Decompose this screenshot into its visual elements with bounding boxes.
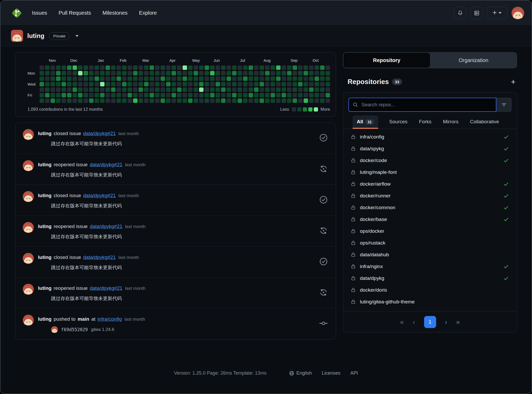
heatmap-cell[interactable] [282,87,286,92]
heatmap-cell[interactable] [128,71,132,75]
heatmap-cell[interactable] [205,71,209,75]
heatmap-cell[interactable] [298,65,303,70]
feed-user[interactable]: luting [38,285,52,291]
heatmap-cell[interactable] [249,76,253,81]
heatmap-cell[interactable] [117,98,121,103]
feed-target-link[interactable]: data/dpykg#21 [83,193,116,198]
heatmap-cell[interactable] [238,65,242,70]
heatmap-cell[interactable] [238,71,242,75]
heatmap-cell[interactable] [117,82,121,86]
feed-user-avatar[interactable] [23,284,34,295]
heatmap-cell[interactable] [45,98,50,103]
heatmap-cell[interactable] [271,82,275,86]
heatmap-cell[interactable] [40,65,44,70]
commit-author-avatar[interactable] [51,326,58,333]
heatmap-cell[interactable] [111,76,116,81]
heatmap-cell[interactable] [56,65,61,70]
heatmap-cell[interactable] [161,71,165,75]
heatmap-cell[interactable] [183,87,187,92]
feed-user[interactable]: luting [38,193,52,198]
heatmap-cell[interactable] [89,98,94,103]
heatmap-cell[interactable] [265,82,270,86]
heatmap-cell[interactable] [265,98,270,103]
feed-user[interactable]: luting [38,162,52,167]
heatmap-cell[interactable] [260,98,264,103]
heatmap-cell[interactable] [51,76,55,81]
repo-name[interactable]: luting/gitea-github-theme [360,299,415,305]
heatmap-cell[interactable] [40,71,44,75]
feed-target-link[interactable]: data/dpykg#21 [90,224,123,229]
heatmap-cell[interactable] [73,82,77,86]
heatmap-cell[interactable] [304,98,308,103]
heatmap-cell[interactable] [122,87,127,92]
heatmap-cell[interactable] [254,76,259,81]
heatmap-cell[interactable] [205,82,209,86]
feed-user-avatar[interactable] [23,191,34,202]
heatmap-cell[interactable] [73,65,77,70]
heatmap-cell[interactable] [271,98,275,103]
feed-target-link[interactable]: data/dpykg#21 [83,254,116,260]
heatmap-cell[interactable] [144,98,149,103]
heatmap-cell[interactable] [315,93,319,97]
heatmap-cell[interactable] [128,98,132,103]
repo-search-input[interactable] [361,102,492,108]
heatmap-cell[interactable] [155,93,160,97]
heatmap-cell[interactable] [150,93,154,97]
heatmap-cell[interactable] [243,65,248,70]
heatmap-cell[interactable] [309,98,314,103]
heatmap-cell[interactable] [161,76,165,81]
heatmap-cell[interactable] [194,98,198,103]
heatmap-cell[interactable] [155,65,160,70]
heatmap-cell[interactable] [144,76,149,81]
feed-target-link[interactable]: infra/config [97,316,122,322]
heatmap-cell[interactable] [265,71,270,75]
heatmap-cell[interactable] [265,76,270,81]
heatmap-cell[interactable] [128,76,132,81]
heatmap-cell[interactable] [62,82,66,86]
feed-user-avatar[interactable] [23,160,34,171]
heatmap-cell[interactable] [271,76,275,81]
heatmap-cell[interactable] [287,98,292,103]
heatmap-cell[interactable] [210,71,215,75]
heatmap-cell[interactable] [326,93,330,97]
heatmap-cell[interactable] [40,93,44,97]
heatmap-cell[interactable] [40,87,44,92]
repo-name[interactable]: infra/config [360,134,384,140]
create-new-button[interactable]: + [487,7,507,19]
heatmap-cell[interactable] [271,65,275,70]
heatmap-cell[interactable] [139,71,143,75]
api-link[interactable]: API [350,370,358,376]
repo-list-item[interactable]: infra/config [343,131,517,143]
heatmap-cell[interactable] [183,98,187,103]
heatmap-cell[interactable] [221,76,226,81]
heatmap-cell[interactable] [199,82,204,86]
heatmap-cell[interactable] [100,98,105,103]
heatmap-cell[interactable] [210,65,215,70]
heatmap-cell[interactable] [155,87,160,92]
heatmap-cell[interactable] [216,71,220,75]
heatmap-cell[interactable] [315,82,319,86]
heatmap-cell[interactable] [144,87,149,92]
repo-name[interactable]: docker/code [360,158,387,163]
heatmap-cell[interactable] [78,76,83,81]
heatmap-cell[interactable] [232,65,237,70]
heatmap-cell[interactable] [161,87,165,92]
feed-user[interactable]: luting [38,224,52,229]
heatmap-cell[interactable] [78,71,83,75]
admin-panel-button[interactable] [470,7,483,19]
heatmap-cell[interactable] [133,87,138,92]
heatmap-cell[interactable] [67,82,72,86]
heatmap-cell[interactable] [100,76,105,81]
repo-filter-all[interactable]: All31 [353,115,378,129]
heatmap-cell[interactable] [249,98,253,103]
heatmap-cell[interactable] [183,82,187,86]
heatmap-cell[interactable] [117,87,121,92]
heatmap-cell[interactable] [315,98,319,103]
language-selector[interactable]: English [289,370,312,376]
heatmap-cell[interactable] [194,93,198,97]
profile-dropdown-caret[interactable] [75,35,79,37]
heatmap-cell[interactable] [287,71,292,75]
heatmap-cell[interactable] [276,65,281,70]
heatmap-cell[interactable] [172,65,176,70]
heatmap-cell[interactable] [221,87,226,92]
